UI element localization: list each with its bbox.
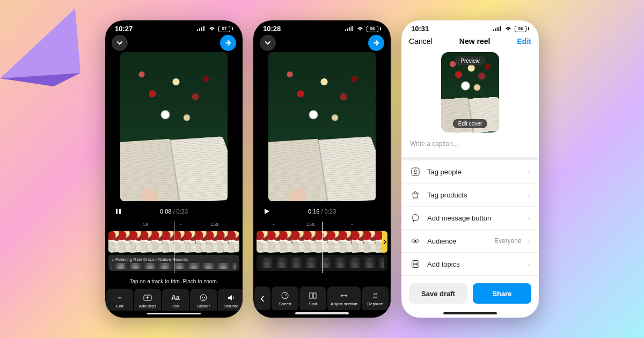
- share-button[interactable]: Share: [473, 283, 531, 304]
- next-button[interactable]: [220, 35, 236, 51]
- tool-text[interactable]: AaText: [162, 289, 189, 311]
- playback-total: 0:23: [177, 208, 188, 215]
- adjust-icon: [340, 291, 348, 300]
- collapse-button[interactable]: [260, 35, 276, 51]
- preview-badge[interactable]: Preview: [455, 56, 485, 65]
- svg-rect-24: [313, 293, 316, 298]
- editor-toolbar: Speed Split Adjust section Replace: [253, 286, 391, 311]
- svg-point-15: [200, 295, 207, 301]
- svg-rect-28: [500, 26, 501, 31]
- chevron-right-icon: ›: [528, 237, 530, 245]
- tool-adjust-section[interactable]: Adjust section: [327, 286, 361, 311]
- timeline[interactable]: 5s. 15s. ♪Relaxing Rain Drops · Nature R…: [105, 222, 243, 273]
- phone-editor-1: 10:27 57 0:08 / 0:23 5s. 15s.: [105, 20, 243, 318]
- chevron-right-icon: ›: [528, 191, 530, 199]
- signal-icon: [493, 25, 502, 33]
- video-preview[interactable]: [268, 52, 376, 201]
- cancel-button[interactable]: Cancel: [409, 37, 433, 46]
- svg-marker-0: [0, 9, 80, 78]
- playhead[interactable]: [174, 222, 174, 273]
- audience-value: Everyone: [494, 237, 522, 245]
- option-audience[interactable]: Audience Everyone ›: [401, 230, 539, 253]
- timeline-hint: Tap on a track to trim. Pinch to zoom.: [105, 273, 243, 289]
- playback-current: 0:16: [308, 208, 319, 215]
- signal-icon: [345, 25, 354, 33]
- tool-add-clips[interactable]: Add clips: [134, 289, 161, 311]
- phone-new-reel: 10:31 56 Cancel New reel Edit Preview Ed…: [401, 20, 539, 318]
- status-time: 10:28: [263, 25, 281, 33]
- eye-icon: [410, 236, 421, 246]
- timeline[interactable]: 15s.: [253, 222, 391, 273]
- svg-point-32: [414, 240, 416, 242]
- bag-icon: [410, 189, 421, 200]
- sticker-icon: [199, 293, 208, 302]
- svg-rect-20: [349, 27, 350, 31]
- battery-icon: 56: [367, 26, 381, 32]
- option-add-message-button[interactable]: Add message button ›: [401, 207, 539, 230]
- tool-replace[interactable]: Replace: [362, 286, 389, 311]
- save-draft-button[interactable]: Save draft: [409, 283, 467, 304]
- home-indicator[interactable]: [295, 312, 349, 314]
- speed-icon: [281, 291, 289, 300]
- signal-icon: [197, 25, 206, 33]
- home-indicator[interactable]: [147, 313, 201, 314]
- svg-rect-27: [497, 27, 499, 31]
- reel-thumbnail[interactable]: Preview Edit cover: [441, 52, 499, 133]
- svg-rect-19: [347, 28, 348, 31]
- chevron-left-icon: [258, 295, 267, 303]
- status-bar: 10:31 56: [401, 20, 539, 34]
- edit-button[interactable]: Edit: [517, 37, 531, 46]
- person-icon: [410, 166, 421, 177]
- chevron-right-icon: ›: [528, 214, 530, 222]
- toolbar-back[interactable]: [254, 286, 270, 311]
- playback-current: 0:08: [160, 208, 171, 215]
- svg-rect-21: [352, 26, 353, 31]
- status-bar: 10:27 57: [105, 20, 243, 34]
- collapse-button[interactable]: [112, 35, 128, 51]
- tool-volume[interactable]: Volume: [218, 289, 243, 311]
- tool-split[interactable]: Split: [299, 286, 326, 311]
- phone-editor-2: 10:28 56 0:16 / 0:23 15s.: [253, 20, 391, 318]
- scissors-icon: ✂: [115, 293, 124, 302]
- next-button[interactable]: [368, 35, 384, 51]
- new-reel-header: Cancel New reel Edit: [401, 34, 539, 49]
- svg-point-30: [414, 170, 416, 172]
- svg-point-17: [204, 297, 205, 298]
- tool-crop-partial[interactable]: [390, 286, 391, 311]
- svg-rect-9: [199, 28, 200, 31]
- split-icon: [309, 291, 317, 300]
- add-clip-icon: [143, 293, 152, 302]
- svg-point-16: [202, 297, 203, 298]
- page-title: New reel: [459, 37, 491, 46]
- chevron-right-icon: ›: [528, 168, 530, 176]
- battery-icon: 56: [515, 26, 529, 32]
- video-preview[interactable]: [120, 52, 228, 201]
- chevron-right-icon: ›: [528, 260, 530, 268]
- svg-rect-33: [412, 261, 419, 268]
- tool-speed[interactable]: Speed: [272, 286, 298, 311]
- wifi-icon: [356, 25, 364, 33]
- option-add-topics[interactable]: Add topics ›: [401, 253, 539, 276]
- svg-rect-10: [201, 27, 202, 31]
- caption-input[interactable]: Write a caption...: [401, 138, 539, 157]
- svg-rect-25: [493, 30, 494, 31]
- option-tag-products[interactable]: Tag products ›: [401, 183, 539, 207]
- text-icon: Aa: [171, 293, 180, 302]
- trim-handle-right[interactable]: [382, 231, 387, 253]
- home-indicator[interactable]: [443, 312, 497, 314]
- wifi-icon: [504, 25, 513, 33]
- svg-marker-1: [0, 73, 80, 86]
- svg-rect-11: [203, 26, 204, 31]
- replace-icon: [371, 291, 379, 300]
- volume-icon: [227, 293, 236, 302]
- svg-point-31: [412, 215, 419, 221]
- option-tag-people[interactable]: Tag people ›: [401, 160, 539, 183]
- edit-cover-badge[interactable]: Edit cover: [453, 119, 487, 128]
- status-time: 10:27: [115, 25, 133, 33]
- status-bar: 10:28 56: [253, 20, 391, 34]
- playback-total: 0:23: [325, 208, 336, 215]
- tool-sticker[interactable]: Sticker: [190, 289, 217, 311]
- tool-edit[interactable]: ✂Edit: [106, 289, 133, 311]
- playhead[interactable]: [322, 222, 323, 273]
- music-icon: ♪: [112, 257, 114, 262]
